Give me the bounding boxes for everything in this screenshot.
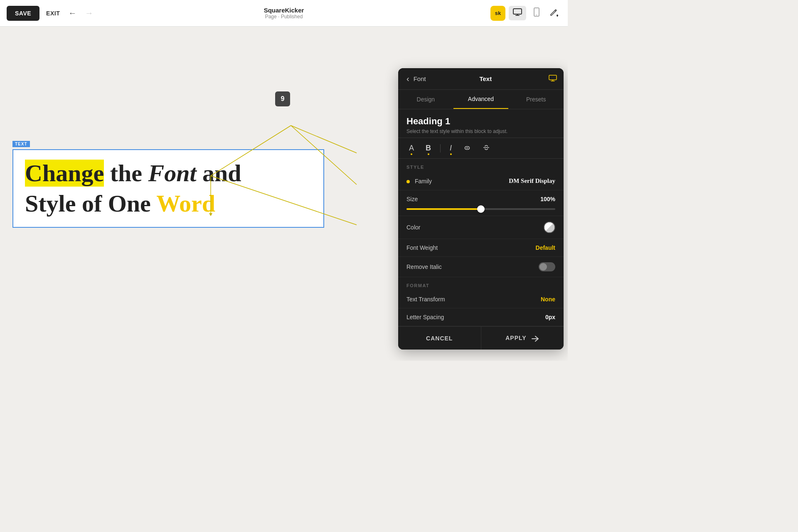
family-value: DM Serif Display (509, 177, 555, 185)
toggle-thumb (539, 263, 547, 271)
family-label: Family (406, 178, 509, 185)
format-separator-1 (440, 144, 441, 153)
svg-rect-0 (513, 9, 522, 14)
tab-presets[interactable]: Presets (508, 90, 564, 109)
cancel-button[interactable]: CANCEL (398, 327, 481, 350)
undo-button[interactable]: ← (65, 7, 80, 20)
panel-tabs: Design Advanced Presets (398, 90, 564, 109)
text-block[interactable]: TEXT Change the Font and Style of One Wo… (12, 149, 324, 228)
text-transform-label: Text Transform (406, 296, 541, 303)
heading-section: Heading 1 Select the text style within t… (398, 109, 564, 138)
heading-label: Heading 1 (406, 116, 555, 127)
svg-rect-9 (549, 75, 557, 80)
color-label: Color (406, 224, 544, 231)
app-name: SquareKicker (264, 7, 304, 14)
letter-spacing-label: Letter Spacing (406, 314, 545, 320)
highlight-change: Change (25, 160, 104, 187)
save-button[interactable]: SAVE (7, 6, 39, 21)
size-row: Size 100% (398, 190, 564, 204)
svg-point-2 (536, 15, 537, 15)
size-slider-track[interactable] (406, 208, 555, 210)
remove-italic-row: Remove Italic (398, 257, 564, 277)
panel-back-button[interactable]: ‹ (405, 72, 411, 85)
topbar: SAVE EXIT ← → SquareKicker Page · Publis… (0, 0, 568, 27)
letter-spacing-value: 0px (545, 314, 555, 320)
format-toolbar: A B I (398, 138, 564, 159)
font-weight-row: Font Weight Default (398, 239, 564, 257)
monitor-icon (549, 75, 557, 83)
center-title: SquareKicker Page · Published (264, 7, 304, 20)
format-italic-button[interactable]: I (447, 142, 454, 154)
tab-design[interactable]: Design (398, 90, 453, 109)
text-line2: Style of One Word (25, 190, 215, 217)
text-line1: Change the Font and (25, 160, 241, 187)
format-section-label: FORMAT (398, 277, 564, 291)
format-strikethrough-button[interactable] (480, 142, 493, 154)
family-dot (406, 180, 410, 183)
paint-button[interactable] (547, 5, 561, 22)
style-section-label: STYLE (398, 159, 564, 172)
size-slider-thumb[interactable] (477, 205, 485, 213)
letter-spacing-row: Letter Spacing 0px (398, 308, 564, 326)
size-value: 100% (540, 196, 555, 202)
remove-italic-label: Remove Italic (406, 264, 539, 270)
mobile-device-button[interactable] (530, 5, 544, 21)
heading-desc: Select the text style within this block … (406, 128, 555, 134)
apply-button[interactable]: APPLY (481, 327, 564, 350)
text-transform-row: Text Transform None (398, 291, 564, 308)
format-bold-button[interactable]: B (423, 142, 433, 154)
desktop-device-button[interactable] (509, 6, 526, 20)
color-row: Color (398, 216, 564, 239)
page-info: Page · Published (264, 14, 304, 20)
panel-header: ‹ Font Text (398, 68, 564, 90)
size-slider-fill (406, 208, 481, 210)
color-swatch[interactable] (544, 222, 555, 233)
exit-button[interactable]: EXIT (46, 10, 60, 17)
annotation-badge-9: 9 (275, 91, 290, 106)
format-normal-button[interactable]: A (406, 142, 416, 154)
size-slider-row (398, 204, 564, 216)
font-weight-label: Font Weight (406, 244, 536, 251)
family-row: Family DM Serif Display (398, 172, 564, 190)
panel-footer: CANCEL APPLY 10 (398, 326, 564, 350)
sk-logo: sk (490, 6, 505, 21)
breadcrumb-font: Font (414, 75, 426, 82)
redo-button[interactable]: → (81, 7, 96, 20)
format-link-button[interactable] (461, 142, 473, 154)
italic-font: Font (148, 160, 196, 187)
breadcrumb-text: Text (431, 75, 549, 82)
text-transform-value: None (541, 296, 555, 303)
tab-advanced[interactable]: Advanced (453, 90, 509, 109)
canvas: TEXT Change the Font and Style of One Wo… (0, 27, 568, 361)
svg-line-11 (544, 222, 554, 232)
text-label: TEXT (12, 141, 30, 147)
right-panel: ‹ Font Text Design Advanced Presets Head… (398, 68, 564, 350)
yellow-word: Word (156, 190, 215, 217)
font-weight-value: Default (536, 244, 555, 251)
right-actions: sk (490, 5, 561, 22)
remove-italic-toggle[interactable] (539, 262, 555, 271)
text-content: Change the Font and Style of One Word (25, 158, 312, 219)
size-label: Size (406, 196, 540, 202)
panel-content: Heading 1 Select the text style within t… (398, 109, 564, 326)
